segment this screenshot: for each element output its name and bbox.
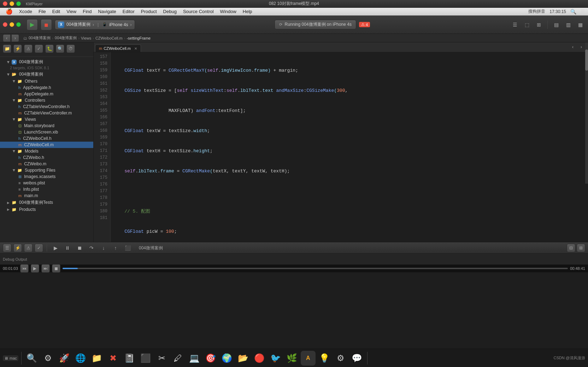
sidebar-item-main-storyboard[interactable]: ⊡ Main.storyboard bbox=[0, 123, 93, 129]
scheme-selector[interactable]: X 004微博案例 › | 📱 iPhone 4s › bbox=[55, 20, 135, 30]
sidebar-debug-icon[interactable]: 🐛 bbox=[45, 45, 54, 53]
sidebar-history-icon[interactable]: ⏱ bbox=[66, 45, 75, 53]
dock-launchpad[interactable]: 🚀 bbox=[57, 351, 72, 366]
sidebar-item-appdelegate-m[interactable]: m AppDelegate.m bbox=[0, 91, 93, 97]
layout-2-icon[interactable]: ▥ bbox=[563, 20, 573, 30]
nav-prev-icon[interactable]: ‹ bbox=[569, 43, 577, 51]
debug-step-out-btn[interactable]: ↑ bbox=[111, 244, 120, 252]
breadcrumb-file[interactable]: CZWeiboCell.m bbox=[95, 36, 123, 40]
dock-onenote[interactable]: 📓 bbox=[122, 351, 137, 366]
menu-source-control[interactable]: Source Control bbox=[180, 8, 217, 15]
dock-x[interactable]: ✖ bbox=[106, 351, 120, 366]
sidebar-item-czweibo-h[interactable]: h CZWeibo.h bbox=[0, 154, 93, 161]
debug-build-btn[interactable]: ⬛ bbox=[123, 244, 133, 252]
video-prev-btn[interactable]: ⏮ bbox=[20, 264, 29, 273]
sidebar-item-cztablevc-m[interactable]: m CZTableViewController.m bbox=[0, 110, 93, 116]
sidebar-item-appdelegate-h[interactable]: h AppDelegate.h bbox=[0, 84, 93, 91]
close-button[interactable] bbox=[3, 1, 7, 6]
git-btn[interactable]: ⚡ bbox=[13, 244, 22, 252]
scrollbar-track[interactable] bbox=[585, 42, 588, 184]
dock-files[interactable]: 📁 bbox=[89, 351, 104, 366]
dock-twitter[interactable]: 🐦 bbox=[268, 351, 283, 366]
sidebar-item-main-group[interactable]: ▶ 📂 004微博案例 bbox=[0, 71, 93, 78]
sidebar-warning-icon[interactable]: ⚠ bbox=[24, 45, 33, 53]
video-progress-bar[interactable] bbox=[63, 268, 568, 269]
menu-find[interactable]: Find bbox=[80, 8, 94, 15]
dock-finder[interactable]: 🔍 bbox=[24, 351, 39, 366]
sidebar-test-icon[interactable]: ✓ bbox=[35, 45, 43, 53]
dock-terminal[interactable]: ⬛ bbox=[138, 351, 153, 366]
active-tab[interactable]: m CZWeiboCell.m ✕ bbox=[95, 45, 141, 52]
video-next-btn[interactable]: ⏭ bbox=[41, 264, 50, 273]
menu-extras-icon[interactable]: ☰ bbox=[581, 9, 585, 14]
dock-target[interactable]: 🎯 bbox=[203, 351, 218, 366]
sidebar-item-project[interactable]: ▶ X 004微博案例 bbox=[0, 58, 93, 66]
dock-lightbulb[interactable]: 💡 bbox=[317, 351, 332, 366]
search-icon[interactable]: 🔍 bbox=[570, 9, 576, 14]
sidebar-item-supporting-files[interactable]: ▶ 📁 Supporting Files bbox=[0, 167, 93, 173]
menu-navigate[interactable]: Navigate bbox=[95, 8, 119, 15]
menu-xcode[interactable]: Xcode bbox=[16, 8, 35, 15]
debug-area-toggle-btn[interactable]: ⊞ bbox=[577, 244, 585, 252]
layout-3-icon[interactable]: ▦ bbox=[575, 20, 585, 30]
minimize-button[interactable] bbox=[10, 1, 14, 6]
breadcrumb-group[interactable]: 004微博案例 bbox=[55, 35, 77, 41]
nav-next-icon[interactable]: › bbox=[577, 43, 585, 51]
sidebar-toggle-btn[interactable]: ☰ bbox=[3, 244, 11, 252]
sidebar-item-info-plist[interactable]: ≡ Info.plist bbox=[0, 186, 93, 193]
dock-safari[interactable]: 🌐 bbox=[73, 351, 88, 366]
forward-arrow[interactable]: › bbox=[11, 34, 19, 42]
zoom-btn[interactable] bbox=[16, 22, 21, 27]
dock-laptop[interactable]: 💻 bbox=[187, 351, 202, 366]
sidebar-item-products[interactable]: ▶ 📁 Products bbox=[0, 206, 93, 213]
dock-word-a[interactable]: A bbox=[301, 351, 316, 366]
code-area[interactable]: 157 158 159 160 161 162 163 164 165 166 … bbox=[94, 52, 588, 242]
sidebar-item-others[interactable]: ▶ 📁 Others bbox=[0, 78, 93, 84]
sidebar-folder-icon[interactable]: 📁 bbox=[3, 45, 11, 53]
error-badge[interactable]: ⚠ 4 bbox=[359, 22, 370, 27]
issue-btn[interactable]: ⚠ bbox=[24, 244, 33, 252]
menu-product[interactable]: Product bbox=[138, 8, 160, 15]
maximize-button[interactable] bbox=[16, 1, 21, 6]
sidebar-item-main-m[interactable]: m main.m bbox=[0, 193, 93, 199]
debug-pause-btn[interactable]: ⏸ bbox=[63, 244, 72, 252]
dock-plant[interactable]: 🌿 bbox=[284, 351, 299, 366]
sidebar-item-czweibo-m[interactable]: m CZWeibo.m bbox=[0, 161, 93, 167]
debug-play-btn[interactable]: ▶ bbox=[51, 244, 60, 252]
code-text[interactable]: CGFloat textY = CGRectGetMaxY(self.imgVi… bbox=[111, 52, 588, 242]
back-arrow[interactable]: ‹ bbox=[3, 34, 11, 42]
tab-close-icon[interactable]: ✕ bbox=[134, 47, 137, 51]
video-play-btn[interactable]: ▶ bbox=[31, 264, 39, 273]
navigator-toggle[interactable]: ☰ bbox=[510, 20, 520, 30]
close-btn[interactable] bbox=[3, 22, 7, 27]
sidebar-item-weibos-plist[interactable]: ≡ weibos.plist bbox=[0, 180, 93, 186]
debug-step-in-btn[interactable]: ↓ bbox=[99, 244, 108, 252]
assistant-editor-icon[interactable]: ⊞ bbox=[534, 20, 544, 30]
sidebar-item-views[interactable]: ▶ 📁 Views bbox=[0, 116, 93, 123]
debug-stop-btn[interactable]: ⏹ bbox=[75, 244, 84, 252]
dock-globe[interactable]: 🌍 bbox=[219, 351, 234, 366]
sidebar-item-controllers[interactable]: ▶ 📁 Controllers bbox=[0, 97, 93, 103]
menu-edit[interactable]: Edit bbox=[49, 8, 63, 15]
menu-window[interactable]: Window bbox=[217, 8, 239, 15]
breadcrumb-folder[interactable]: Views bbox=[81, 36, 91, 40]
dock-chat[interactable]: 💬 bbox=[349, 351, 364, 366]
layout-1-icon[interactable]: ▤ bbox=[551, 20, 561, 30]
apple-menu[interactable]: 🍎 bbox=[3, 8, 16, 15]
menu-file[interactable]: File bbox=[36, 8, 49, 15]
minimize-btn[interactable] bbox=[10, 22, 14, 27]
stop-button[interactable]: ◼ bbox=[41, 19, 52, 30]
test-btn[interactable]: ✓ bbox=[35, 244, 43, 252]
scrollbar-thumb[interactable] bbox=[585, 49, 588, 71]
dock-settings[interactable]: ⚙ bbox=[41, 351, 55, 366]
breadcrumb-symbol[interactable]: -settingFrame bbox=[127, 36, 151, 40]
dock-gear[interactable]: ⚙ bbox=[333, 351, 348, 366]
menu-debug[interactable]: Debug bbox=[160, 8, 180, 15]
sidebar-item-czweibocell-h[interactable]: h CZWeiboCell.h bbox=[0, 135, 93, 142]
sidebar-item-xcassets[interactable]: ⊞ Images.xcassets bbox=[0, 173, 93, 180]
sidebar-item-czweibocell-m[interactable]: m CZWeiboCell.m bbox=[0, 142, 93, 148]
jump-bar-icon[interactable]: ⬚ bbox=[522, 20, 532, 30]
dock-scissors[interactable]: ✂ bbox=[154, 351, 169, 366]
debug-step-over-btn[interactable]: ↷ bbox=[87, 244, 96, 252]
video-stop-btn[interactable]: ◼ bbox=[52, 264, 60, 273]
